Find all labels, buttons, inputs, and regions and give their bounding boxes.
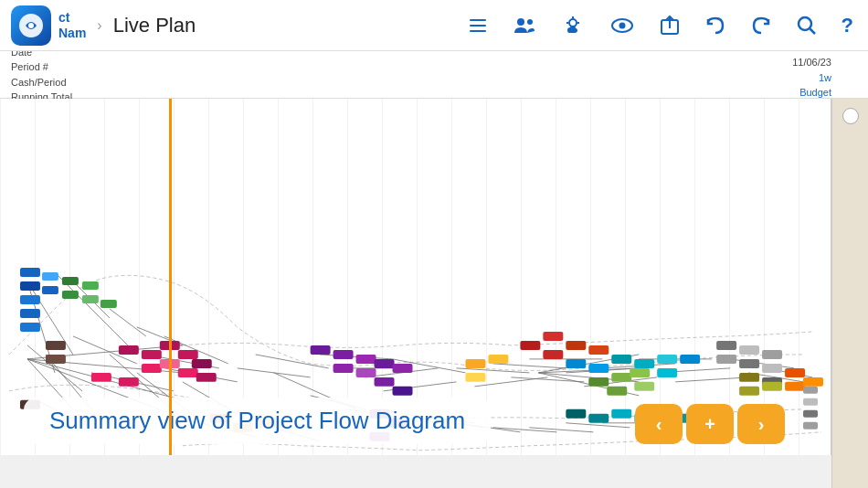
- svg-rect-117: [356, 368, 376, 377]
- svg-rect-112: [465, 373, 485, 382]
- svg-rect-113: [311, 345, 331, 355]
- svg-rect-89: [20, 323, 40, 332]
- list-icon-button[interactable]: [463, 11, 492, 40]
- svg-rect-171: [803, 422, 818, 430]
- help-icon-button[interactable]: ?: [838, 10, 857, 41]
- svg-rect-151: [607, 387, 627, 396]
- svg-rect-102: [142, 350, 162, 359]
- svg-rect-156: [588, 345, 609, 355]
- svg-line-31: [256, 355, 329, 368]
- back-button[interactable]: ‹: [635, 404, 683, 444]
- svg-rect-83: [20, 268, 40, 277]
- undo-icon-button[interactable]: [701, 11, 730, 40]
- breadcrumb-bottom[interactable]: Nam: [58, 26, 86, 41]
- svg-rect-130: [716, 341, 736, 350]
- svg-rect-94: [101, 300, 117, 308]
- svg-rect-141: [785, 382, 805, 391]
- svg-rect-4: [470, 30, 486, 32]
- svg-rect-127: [520, 341, 540, 350]
- header-icons: ?: [463, 10, 857, 41]
- svg-rect-96: [46, 355, 66, 364]
- date-value: 11/06/23: [783, 55, 831, 70]
- svg-rect-103: [142, 364, 162, 373]
- svg-line-35: [320, 355, 393, 359]
- svg-rect-140: [785, 368, 805, 377]
- svg-rect-119: [375, 377, 395, 387]
- svg-point-5: [517, 18, 524, 26]
- svg-rect-118: [375, 359, 395, 368]
- search-icon-button[interactable]: [792, 11, 821, 40]
- svg-line-43: [492, 364, 566, 368]
- app-logo[interactable]: [11, 5, 51, 46]
- timeframe-value: 1w: [783, 70, 831, 86]
- svg-rect-92: [82, 281, 99, 290]
- bottom-navigation: ‹ + ›: [635, 404, 785, 444]
- right-panel-indicator: [842, 108, 859, 124]
- svg-rect-166: [119, 377, 139, 387]
- svg-rect-146: [634, 359, 654, 368]
- svg-rect-134: [762, 350, 782, 359]
- svg-point-7: [569, 19, 577, 27]
- svg-point-13: [619, 22, 625, 28]
- svg-rect-145: [611, 355, 631, 364]
- svg-rect-138: [739, 387, 759, 396]
- weather-icon-button[interactable]: [556, 11, 589, 40]
- svg-rect-139: [762, 382, 782, 391]
- svg-rect-132: [739, 345, 759, 355]
- eye-icon-button[interactable]: [606, 11, 639, 40]
- svg-rect-3: [470, 25, 486, 27]
- period-label: Period #: [11, 59, 72, 75]
- add-button[interactable]: +: [686, 404, 734, 444]
- svg-rect-107: [178, 368, 198, 377]
- forward-button[interactable]: ›: [737, 404, 785, 444]
- svg-rect-142: [803, 377, 823, 387]
- svg-point-1: [28, 23, 34, 28]
- svg-rect-101: [119, 345, 139, 355]
- svg-rect-108: [192, 359, 212, 368]
- right-panel: [831, 99, 868, 488]
- subheader: Date Period # Cash/Period Running Total …: [0, 51, 868, 99]
- share-icon-button[interactable]: [655, 11, 684, 40]
- svg-line-44: [511, 377, 584, 382]
- svg-rect-169: [803, 398, 818, 406]
- svg-rect-131: [716, 355, 736, 364]
- svg-rect-86: [42, 272, 58, 281]
- cash-period-label: Cash/Period: [11, 75, 72, 90]
- svg-rect-84: [20, 281, 40, 291]
- svg-rect-147: [657, 355, 677, 364]
- svg-rect-155: [566, 341, 586, 350]
- breadcrumb-top[interactable]: ct: [58, 10, 86, 26]
- svg-rect-157: [566, 409, 586, 419]
- svg-rect-2: [470, 19, 486, 21]
- svg-rect-110: [465, 359, 485, 368]
- svg-rect-116: [356, 355, 376, 364]
- svg-rect-93: [82, 295, 99, 303]
- svg-rect-88: [20, 309, 40, 318]
- svg-rect-85: [20, 295, 40, 304]
- svg-rect-150: [588, 377, 609, 387]
- svg-rect-109: [196, 373, 217, 382]
- svg-rect-149: [680, 355, 700, 364]
- svg-point-16: [799, 17, 811, 30]
- live-plan-label: Live Plan: [113, 14, 196, 37]
- svg-rect-153: [630, 368, 650, 377]
- svg-rect-168: [803, 387, 818, 394]
- svg-rect-114: [333, 350, 354, 359]
- svg-rect-167: [91, 373, 111, 382]
- svg-rect-90: [62, 277, 79, 285]
- flow-diagram-canvas[interactable]: Summary view of Project Flow Diagram ‹ +…: [0, 99, 831, 455]
- svg-rect-95: [46, 341, 66, 350]
- svg-rect-128: [543, 350, 563, 359]
- svg-line-72: [566, 423, 630, 428]
- team-icon-button[interactable]: [509, 11, 540, 40]
- svg-rect-129: [543, 332, 563, 341]
- svg-rect-120: [393, 364, 413, 373]
- summary-text-box: Summary view of Project Flow Diagram: [24, 398, 491, 444]
- svg-rect-111: [488, 355, 508, 364]
- svg-rect-133: [739, 359, 759, 368]
- svg-rect-170: [803, 410, 818, 418]
- summary-text: Summary view of Project Flow Diagram: [49, 407, 465, 434]
- redo-icon-button[interactable]: [746, 11, 776, 40]
- svg-line-71: [529, 428, 593, 432]
- svg-rect-135: [762, 364, 782, 373]
